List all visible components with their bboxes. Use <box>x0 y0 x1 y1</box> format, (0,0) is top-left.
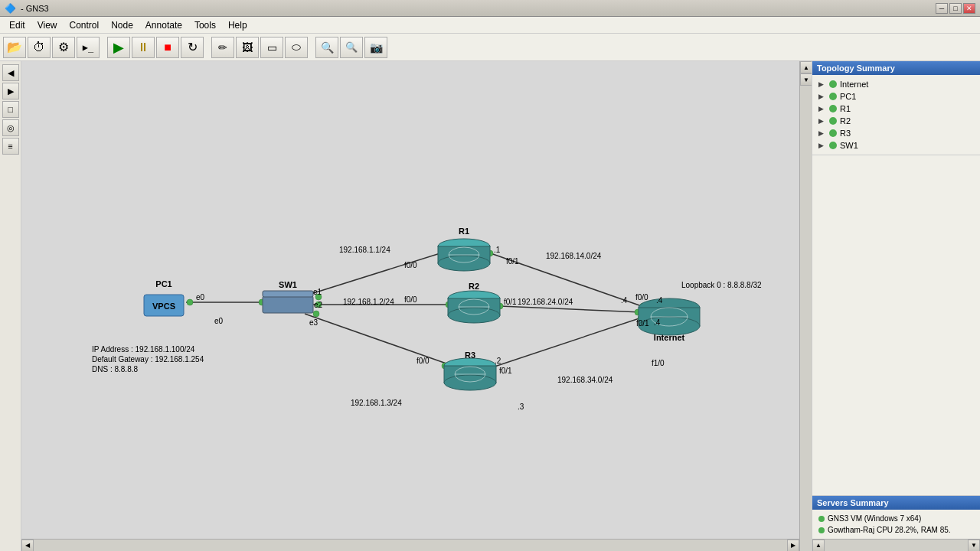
stop-button[interactable]: ■ <box>156 37 179 58</box>
tree-item-internet[interactable]: ▶ Internet <box>815 78 977 90</box>
tree-arrow-pc1: ▶ <box>818 93 829 100</box>
forward-button[interactable]: ▶ <box>2 83 19 99</box>
menu-help[interactable]: Help <box>222 18 253 32</box>
node-tool-button[interactable]: ◎ <box>2 119 19 136</box>
r3-dot3-label: .3 <box>518 403 524 411</box>
scroll-down-button[interactable]: ▼ <box>800 73 812 86</box>
svg-line-1 <box>309 253 443 295</box>
left-tools-panel: ◀ ▶ □ ◎ ≡ <box>0 61 21 551</box>
open-button[interactable]: 📂 <box>3 37 26 58</box>
edit-button[interactable]: ✏ <box>211 37 234 58</box>
servers-summary-section: Servers Summary GNS3 VM (Windows 7 x64) … <box>812 495 980 539</box>
refresh-button[interactable]: ↻ <box>181 37 204 58</box>
canvas[interactable]: VPCS PC1 e0 e0 SW1 e1 e2 e3 R1 192.168.1… <box>21 61 812 551</box>
right-panel-scroll-up[interactable]: ▲ <box>812 540 825 552</box>
pause-button[interactable]: ⏸ <box>132 37 155 58</box>
menu-tools[interactable]: Tools <box>188 18 222 32</box>
close-button[interactable]: ✕ <box>963 3 975 14</box>
play-button[interactable]: ▶ <box>107 37 130 58</box>
menu-view[interactable]: View <box>31 18 64 32</box>
horizontal-scrollbar[interactable]: ◀ ▶ <box>21 539 799 551</box>
svg-point-13 <box>313 311 319 317</box>
tree-item-sw1[interactable]: ▶ SW1 <box>815 139 977 152</box>
settings-button[interactable]: ⚙ <box>52 37 75 58</box>
tree-arrow-r3: ▶ <box>818 129 829 137</box>
tree-label-pc1: PC1 <box>840 92 856 101</box>
sw1-e2: e2 <box>314 301 323 309</box>
svg-rect-24 <box>263 291 313 297</box>
pc1-dns-info: DNS : 8.8.8.8 <box>92 365 138 373</box>
zoom-in-button[interactable]: 🔍 <box>315 37 338 58</box>
zoom-out-button[interactable]: 🔍 <box>340 37 363 58</box>
internet-label: Internet <box>654 333 685 342</box>
svg-text:VPCS: VPCS <box>152 302 175 311</box>
r3-f00-label: f0/0 <box>416 357 430 365</box>
vertical-scrollbar[interactable]: ▲ ▼ <box>799 61 812 551</box>
console-button[interactable]: □ <box>2 101 19 118</box>
r3-label: R3 <box>465 350 475 360</box>
rectangle-button[interactable]: ▭ <box>260 37 283 58</box>
tree-item-r3[interactable]: ▶ R3 <box>815 127 977 139</box>
tree-label-sw1: SW1 <box>840 141 858 150</box>
pc1-e0-right: e0 <box>196 293 205 302</box>
menu-node[interactable]: Node <box>105 18 139 32</box>
internet-dot4-bot-label: .4 <box>654 318 661 327</box>
r1-subnet-label: 192.168.1.1/24 <box>339 246 390 254</box>
status-dot-r1 <box>829 105 837 112</box>
svg-point-7 <box>187 299 193 305</box>
topology-summary-section: Topology Summary ▶ Internet ▶ PC1 ▶ R1 <box>812 61 980 155</box>
r2-subnet-right-label: 192.168.24.0/24 <box>518 298 573 306</box>
internet-f00-label: f0/0 <box>635 293 648 302</box>
scroll-right-button[interactable]: ▶ <box>787 540 799 552</box>
internet-f10-label: f1/0 <box>652 359 665 367</box>
pc1-label: PC1 <box>155 279 172 289</box>
r2-f01-label: f0/1 <box>504 298 517 306</box>
pc1-gateway-info: Default Gateway : 192.168.1.254 <box>92 355 204 364</box>
svg-line-5 <box>500 306 642 312</box>
r3-r-subnet-label: 192.168.34.0/24 <box>557 376 613 384</box>
status-dot-internet <box>829 80 837 88</box>
tree-item-pc1[interactable]: ▶ PC1 <box>815 90 977 103</box>
menu-edit[interactable]: Edit <box>3 18 31 32</box>
ellipse-button[interactable]: ⬭ <box>285 37 308 58</box>
svg-line-6 <box>492 318 642 367</box>
r1-label: R1 <box>459 227 469 236</box>
topology-summary-title: Topology Summary <box>817 64 895 73</box>
right-panel-scrollbar[interactable]: ▲ ▼ <box>812 539 980 551</box>
image-button[interactable]: 🖼 <box>236 37 259 58</box>
right-panel-scroll-down[interactable]: ▼ <box>968 540 980 552</box>
scroll-left-button[interactable]: ◀ <box>21 540 34 552</box>
tree-arrow-r1: ▶ <box>818 105 829 112</box>
server-item-gns3vm[interactable]: GNS3 VM (Windows 7 x64) <box>815 513 977 524</box>
terminal-button[interactable]: ▶_ <box>77 37 100 58</box>
titlebar: 🔷 - GNS3 ─ □ ✕ <box>0 0 980 17</box>
back-button[interactable]: ◀ <box>2 64 19 81</box>
status-dot-r3 <box>829 129 837 137</box>
server-item-gowtham[interactable]: Gowtham-Raj CPU 28.2%, RAM 85. <box>815 524 977 536</box>
screenshot-button[interactable]: 📷 <box>364 37 387 58</box>
internet-f01-label: f0/1 <box>636 319 649 328</box>
menu-annotate[interactable]: Annotate <box>139 18 188 32</box>
maximize-button[interactable]: □ <box>949 3 962 14</box>
toolbar: 📂 ⏱ ⚙ ▶_ ▶ ⏸ ■ ↻ ✏ 🖼 ▭ ⬭ 🔍 🔍 📷 <box>0 34 980 61</box>
r1-f01-label: f0/1 <box>506 257 519 266</box>
minimize-button[interactable]: ─ <box>936 3 948 14</box>
server-label-gns3vm: GNS3 VM (Windows 7 x64) <box>828 514 921 523</box>
tree-item-r2[interactable]: ▶ R2 <box>815 115 977 127</box>
timer-button[interactable]: ⏱ <box>28 37 51 58</box>
window-controls[interactable]: ─ □ ✕ <box>936 3 975 14</box>
tree-item-r1[interactable]: ▶ R1 <box>815 103 977 115</box>
status-dot-r2 <box>829 117 837 125</box>
internet-dot4-top-label: .4 <box>656 296 663 305</box>
status-dot-sw1 <box>829 142 837 149</box>
list-tool-button[interactable]: ≡ <box>2 138 19 155</box>
loopback-label: Loopback 0 : 8.8.8.8/32 <box>681 281 762 289</box>
sw1-e1: e1 <box>313 288 322 296</box>
menubar: Edit View Control Node Annotate Tools He… <box>0 17 980 34</box>
scroll-up-button[interactable]: ▲ <box>800 61 812 73</box>
r3-dot2-label: .2 <box>495 357 501 365</box>
r1-f00-label: f0/0 <box>404 261 417 269</box>
title-text: - GNS3 <box>21 4 49 13</box>
menu-control[interactable]: Control <box>63 18 105 32</box>
right-panel: Topology Summary ▶ Internet ▶ PC1 ▶ R1 <box>812 61 980 551</box>
